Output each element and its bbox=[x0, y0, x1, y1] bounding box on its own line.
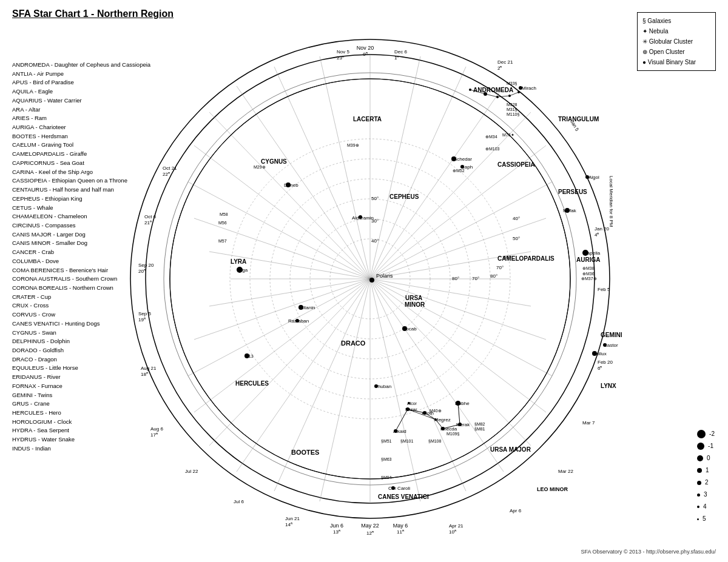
svg-text:Sep 20: Sep 20 bbox=[138, 263, 154, 268]
svg-text:11ʰ: 11ʰ bbox=[397, 529, 404, 535]
svg-text:Algol: Algol bbox=[588, 175, 599, 180]
svg-point-149 bbox=[374, 384, 378, 388]
svg-point-142 bbox=[244, 353, 249, 358]
svg-text:70°: 70° bbox=[496, 265, 504, 270]
svg-text:Mar 22: Mar 22 bbox=[558, 469, 573, 474]
svg-text:18ʰ: 18ʰ bbox=[141, 372, 148, 377]
svg-text:Feb 20: Feb 20 bbox=[598, 360, 613, 365]
svg-text:CEPHEUS: CEPHEUS bbox=[389, 193, 419, 200]
svg-text:2ʰ: 2ʰ bbox=[497, 65, 502, 71]
svg-text:§M101: §M101 bbox=[400, 439, 414, 443]
svg-point-183 bbox=[391, 486, 395, 490]
svg-point-118 bbox=[585, 175, 589, 179]
svg-text:Dec 6: Dec 6 bbox=[394, 49, 407, 55]
svg-text:20ʰ: 20ʰ bbox=[138, 269, 146, 274]
svg-text:CASSIOPEIA: CASSIOPEIA bbox=[497, 161, 535, 168]
svg-text:Mirach: Mirach bbox=[522, 85, 536, 91]
svg-point-136 bbox=[237, 267, 243, 273]
svg-point-110 bbox=[519, 86, 522, 90]
svg-text:Oct 21: Oct 21 bbox=[163, 166, 177, 171]
svg-text:BOOTES: BOOTES bbox=[291, 449, 319, 456]
svg-text:CANES VENATICI: CANES VENATICI bbox=[378, 493, 429, 500]
svg-text:§M63: §M63 bbox=[381, 457, 392, 461]
svg-point-131 bbox=[286, 182, 291, 187]
svg-text:14ʰ: 14ʰ bbox=[285, 522, 292, 527]
svg-text:PERSEUS: PERSEUS bbox=[558, 189, 587, 195]
svg-text:LYNX: LYNX bbox=[601, 383, 616, 389]
svg-text:§M81: §M81 bbox=[474, 427, 485, 431]
svg-text:Jul 6: Jul 6 bbox=[234, 499, 244, 504]
svg-text:Dec 21: Dec 21 bbox=[497, 59, 513, 65]
svg-text:70°: 70° bbox=[472, 276, 479, 281]
svg-text:Schedar: Schedar bbox=[454, 156, 472, 162]
svg-text:M56: M56 bbox=[218, 221, 227, 225]
svg-point-170 bbox=[408, 402, 410, 404]
star-chart: Polaris Nov 20 0ʰ Nov 5 23ʰ Dec 6 1ʰ Dec… bbox=[0, 0, 728, 562]
svg-text:AURIGA: AURIGA bbox=[576, 256, 600, 263]
svg-point-147 bbox=[295, 319, 299, 323]
svg-point-188 bbox=[582, 250, 588, 256]
svg-text:30°: 30° bbox=[371, 218, 379, 224]
svg-text:§M94: §M94 bbox=[381, 475, 392, 480]
svg-text:Aug 6: Aug 6 bbox=[150, 426, 163, 432]
svg-text:6ʰ: 6ʰ bbox=[598, 366, 602, 371]
svg-text:URSA: URSA bbox=[405, 295, 422, 301]
svg-point-120 bbox=[565, 208, 570, 213]
svg-text:M58: M58 bbox=[220, 212, 228, 216]
svg-text:⊕M37⊕: ⊕M37⊕ bbox=[581, 276, 597, 281]
svg-point-196 bbox=[592, 351, 597, 356]
svg-text:May 22: May 22 bbox=[361, 523, 379, 529]
svg-text:M40⊕: M40⊕ bbox=[430, 409, 442, 413]
svg-text:URSA MAJOR: URSA MAJOR bbox=[490, 446, 531, 453]
svg-text:⊕M34: ⊕M34 bbox=[485, 135, 497, 139]
svg-text:CAMELOPARDALIS: CAMELOPARDALIS bbox=[497, 255, 554, 262]
svg-text:M39⊕: M39⊕ bbox=[347, 143, 359, 147]
svg-text:Local Meridian for 8 PM: Local Meridian for 8 PM bbox=[608, 176, 614, 227]
svg-text:10ʰ: 10ʰ bbox=[449, 529, 456, 535]
svg-text:M328: M328 bbox=[507, 102, 517, 107]
svg-text:§M108: §M108 bbox=[428, 439, 442, 443]
svg-text:4ʰ: 4ʰ bbox=[595, 232, 599, 238]
svg-text:LACERTA: LACERTA bbox=[353, 116, 382, 122]
svg-text:50°: 50° bbox=[513, 236, 520, 241]
svg-text:Apr 6: Apr 6 bbox=[510, 508, 522, 513]
svg-text:Aug 21: Aug 21 bbox=[141, 366, 157, 371]
svg-text:LEO MINOR: LEO MINOR bbox=[537, 486, 568, 492]
svg-point-128 bbox=[359, 215, 362, 219]
svg-text:M31§: M31§ bbox=[507, 107, 517, 112]
svg-text:⊕M52: ⊕M52 bbox=[453, 169, 465, 173]
svg-text:CYGNUS: CYGNUS bbox=[261, 158, 287, 165]
svg-text:MINOR: MINOR bbox=[405, 301, 425, 308]
svg-text:Jun 6: Jun 6 bbox=[330, 523, 343, 529]
svg-text:Feb 5: Feb 5 bbox=[598, 287, 610, 292]
svg-text:LYRA: LYRA bbox=[231, 258, 246, 265]
svg-text:GEMINI: GEMINI bbox=[601, 332, 622, 338]
svg-point-145 bbox=[298, 305, 303, 310]
svg-text:Jul 22: Jul 22 bbox=[185, 469, 198, 474]
svg-text:12ʰ: 12ʰ bbox=[366, 530, 374, 536]
svg-text:0ʰ: 0ʰ bbox=[363, 52, 367, 57]
svg-text:80°: 80° bbox=[452, 276, 459, 281]
svg-point-194 bbox=[603, 343, 607, 347]
svg-text:⊕M103: ⊕M103 bbox=[485, 147, 500, 151]
svg-text:M109§: M109§ bbox=[447, 432, 460, 436]
svg-text:50°: 50° bbox=[371, 196, 379, 201]
svg-text:M29⊕: M29⊕ bbox=[254, 165, 266, 169]
svg-text:⊕M38: ⊕M38 bbox=[582, 266, 595, 270]
svg-text:§M82: §M82 bbox=[474, 422, 485, 426]
svg-text:Jan 20: Jan 20 bbox=[595, 226, 610, 232]
svg-text:M57: M57 bbox=[218, 239, 227, 243]
svg-point-153 bbox=[402, 326, 407, 331]
svg-text:23ʰ: 23ʰ bbox=[337, 55, 344, 61]
svg-text:M33§: M33§ bbox=[507, 81, 517, 85]
svg-text:80°: 80° bbox=[490, 273, 497, 279]
svg-text:DRACO: DRACO bbox=[341, 340, 366, 347]
svg-text:May 6: May 6 bbox=[393, 523, 408, 529]
svg-text:13ʰ: 13ʰ bbox=[333, 529, 340, 535]
svg-point-47 bbox=[369, 278, 374, 283]
svg-text:Oct 6: Oct 6 bbox=[144, 214, 157, 219]
svg-text:§M51: §M51 bbox=[381, 439, 392, 443]
svg-text:21ʰ: 21ʰ bbox=[144, 220, 152, 226]
svg-text:Polaris: Polaris bbox=[376, 273, 393, 279]
svg-text:Mar 7: Mar 7 bbox=[582, 420, 595, 426]
